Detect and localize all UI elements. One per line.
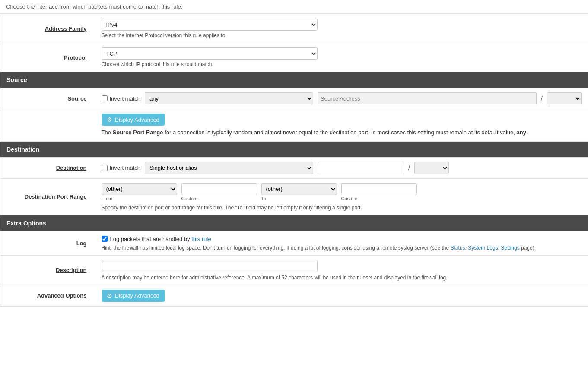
page-wrapper: Choose the interface from which packets … (0, 0, 588, 307)
source-port-hint-1: The (102, 129, 113, 136)
log-text-1: Log packets that are handled by (110, 236, 192, 242)
port-range-row: (other) From PORT_WEB Custom (other) To (102, 183, 582, 201)
source-label-cell: Source (0, 88, 95, 109)
destination-port-range-row: Destination Port Range (other) From PORT… (0, 178, 588, 215)
source-gear-icon: ⚙ (107, 116, 112, 123)
log-label: Log (76, 240, 87, 247)
to-port-label: To (261, 196, 337, 201)
source-port-hint-end: . (526, 129, 528, 136)
source-advanced-row: ⚙ Display Advanced The Source Port Range… (0, 109, 588, 142)
port-hint: Specify the destination port or port ran… (102, 205, 582, 211)
destination-label-cell: Destination (0, 157, 95, 178)
to-custom-label: Custom (341, 196, 417, 201)
source-type-select[interactable]: any Single host or alias Network WAN sub… (145, 92, 313, 104)
destination-invert-match-text: Invert match (110, 165, 141, 171)
from-custom-input[interactable]: PORT_WEB (181, 183, 257, 195)
log-value-cell: Log packets that are handled by this rul… (95, 231, 588, 255)
destination-value-cell: Invert match any Single host or alias Ne… (95, 157, 588, 178)
destination-section-header-row: Destination (0, 141, 588, 157)
log-hint: Hint: the firewall has limited local log… (102, 245, 582, 251)
destination-subnet-select[interactable] (414, 162, 449, 174)
source-slash: / (541, 95, 543, 102)
top-hint: Choose the interface from which packets … (0, 0, 588, 14)
destination-invert-match-checkbox[interactable] (102, 165, 108, 171)
advanced-options-label: Advanced Options (37, 292, 87, 299)
to-port-group: (other) To (261, 183, 337, 201)
destination-row: Destination Invert match any Single host… (0, 157, 588, 178)
source-invert-match-checkbox[interactable] (102, 95, 108, 101)
source-display-advanced-button[interactable]: ⚙ Display Advanced (102, 114, 165, 126)
log-row-content: Log packets that are handled by this rul… (102, 236, 582, 242)
address-family-select[interactable]: IPv4 IPv4+IPv6 IPv6 (102, 19, 318, 31)
advanced-options-row: Advanced Options ⚙ Display Advanced (0, 285, 588, 306)
log-label-cell: Log (0, 231, 95, 255)
to-custom-group: PORT_WEB Custom (341, 183, 417, 201)
source-section-header: Source (0, 72, 588, 88)
source-address-input[interactable] (318, 92, 537, 104)
source-advanced-label-cell (0, 109, 95, 142)
advanced-options-value-cell: ⚙ Display Advanced (95, 285, 588, 306)
protocol-value-cell: TCP UDP TCP/UDP ICMP any Choose which IP… (95, 43, 588, 72)
source-port-hint-2: for a connection is typically random and… (163, 129, 517, 136)
description-row: Description Publicando WAF na INTERNET A… (0, 255, 588, 285)
protocol-select[interactable]: TCP UDP TCP/UDP ICMP any (102, 47, 318, 60)
source-value-cell: Invert match any Single host or alias Ne… (95, 88, 588, 109)
source-invert-match-label[interactable]: Invert match (102, 95, 141, 102)
from-port-label: From (102, 196, 177, 201)
description-value-cell: Publicando WAF na INTERNET A description… (95, 255, 588, 285)
source-port-range-hint: The Source Port Range for a connection i… (102, 128, 582, 137)
log-text: Log packets that are handled by this rul… (110, 236, 211, 242)
log-hint-text: Hint: the firewall has limited local log… (102, 245, 451, 251)
log-link[interactable]: this rule (191, 236, 211, 242)
log-hint-link[interactable]: Status: System Logs: Settings (451, 245, 520, 251)
destination-label: Destination (56, 165, 87, 171)
to-custom-input[interactable]: PORT_WEB (341, 183, 417, 195)
description-label-cell: Description (0, 255, 95, 285)
address-family-value-cell: IPv4 IPv4+IPv6 IPv6 Select the Internet … (95, 14, 588, 43)
advanced-options-label-cell: Advanced Options (0, 285, 95, 306)
from-custom-label: Custom (181, 196, 257, 201)
log-checkbox[interactable] (102, 236, 108, 242)
destination-port-range-label: Destination Port Range (25, 193, 87, 200)
source-advanced-value-cell: ⚙ Display Advanced The Source Port Range… (95, 109, 588, 142)
advanced-display-advanced-label: Display Advanced (115, 292, 159, 299)
address-family-label: Address Family (45, 25, 87, 32)
from-port-select[interactable]: (other) (102, 183, 177, 195)
source-subnet-select[interactable] (547, 92, 582, 104)
log-row: Log Log packets that are handled by this… (0, 231, 588, 255)
source-port-hint-bold: Source Port Range (113, 129, 163, 136)
source-port-hint-any: any (517, 129, 526, 136)
destination-section-header: Destination (0, 141, 588, 157)
source-display-advanced-label: Display Advanced (115, 117, 159, 123)
to-port-select[interactable]: (other) (261, 183, 337, 195)
protocol-label: Protocol (64, 54, 87, 61)
advanced-display-advanced-button[interactable]: ⚙ Display Advanced (102, 290, 165, 302)
destination-port-range-value-cell: (other) From PORT_WEB Custom (other) To (95, 178, 588, 215)
destination-row-content: Invert match any Single host or alias Ne… (102, 162, 582, 174)
source-section-header-row: Source (0, 72, 588, 88)
destination-slash: / (408, 165, 410, 171)
destination-port-range-label-cell: Destination Port Range (0, 178, 95, 215)
destination-type-select[interactable]: any Single host or alias Network WAN sub… (145, 162, 313, 174)
destination-invert-match-label[interactable]: Invert match (102, 165, 141, 171)
from-custom-group: PORT_WEB Custom (181, 183, 257, 201)
from-port-group: (other) From (102, 183, 177, 201)
protocol-row: Protocol TCP UDP TCP/UDP ICMP any Choose… (0, 43, 588, 72)
source-row-content: Invert match any Single host or alias Ne… (102, 92, 582, 104)
extra-options-header: Extra Options (0, 215, 588, 231)
address-family-row: Address Family IPv4 IPv4+IPv6 IPv6 Selec… (0, 14, 588, 43)
extra-options-header-row: Extra Options (0, 215, 588, 231)
source-label: Source (67, 95, 86, 102)
description-hint: A description may be entered here for ad… (102, 275, 582, 281)
main-form-table: Address Family IPv4 IPv4+IPv6 IPv6 Selec… (0, 14, 588, 307)
protocol-label-cell: Protocol (0, 43, 95, 72)
destination-address-input[interactable]: 172.100.2.100 (318, 162, 404, 174)
description-input[interactable]: Publicando WAF na INTERNET (102, 260, 318, 272)
source-invert-match-text: Invert match (110, 95, 141, 102)
advanced-gear-icon: ⚙ (107, 292, 112, 299)
description-label: Description (56, 267, 87, 273)
log-hint-end: page). (520, 245, 536, 251)
source-row: Source Invert match any Single host or a… (0, 88, 588, 109)
address-family-hint: Select the Internet Protocol version thi… (102, 32, 582, 38)
protocol-hint: Choose which IP protocol this rule shoul… (102, 61, 582, 67)
